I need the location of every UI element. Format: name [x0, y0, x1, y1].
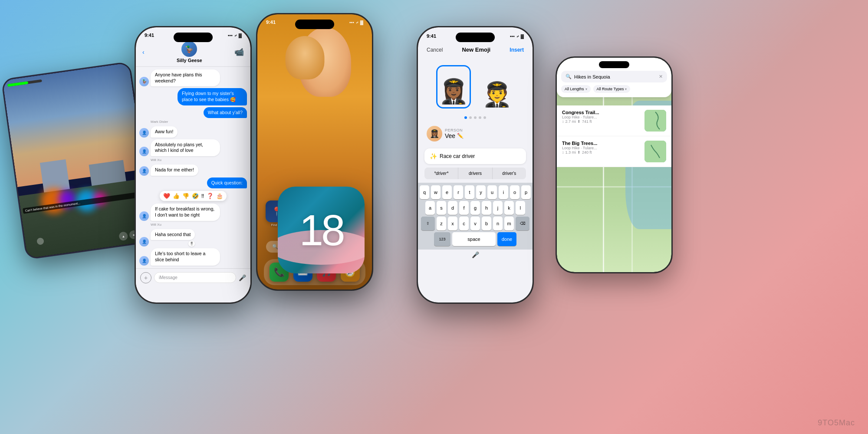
key-e[interactable]: e	[442, 185, 452, 199]
emoji-person-1-selected[interactable]: 👩🏾‍✈️	[436, 65, 471, 108]
key-done[interactable]: done	[497, 232, 516, 246]
keyboard-mic-icon[interactable]: 🎤	[472, 251, 479, 258]
key-k[interactable]: k	[504, 201, 514, 215]
filter-route-type[interactable]: All Route Types ▾	[593, 85, 631, 93]
key-shift[interactable]: ⇧	[421, 217, 435, 230]
key-t[interactable]: t	[465, 185, 474, 199]
message-1: 🦆 Anyone have plans this weekend?	[139, 69, 247, 86]
action-btn-1[interactable]: ▲	[118, 231, 128, 241]
trail-2-name: The Big Trees...	[562, 141, 641, 146]
sender-label-will2: Will Xu	[151, 223, 247, 227]
edit-name-icon[interactable]: ✏️	[457, 133, 464, 139]
tapback-row[interactable]: ❤️ 👍 👎 🤣 ‼️ ❓ 🎂	[160, 191, 227, 201]
messages-scroll-area[interactable]: 🦆 Anyone have plans this weekend? Flying…	[136, 67, 250, 268]
emoji-insert-button[interactable]: Insert	[510, 47, 524, 53]
keyboard: q w e r t y u i o p a s d f g h	[418, 183, 533, 250]
key-x[interactable]: x	[448, 217, 457, 230]
suggestion-2[interactable]: drivers	[458, 168, 492, 179]
key-z[interactable]: z	[437, 217, 446, 230]
home-status-time: 9:41	[266, 20, 276, 25]
sparkle-icon: ✨	[430, 153, 437, 160]
home-status-icons: ▪▪▪ ⌿ ▓	[349, 20, 363, 25]
maps-search-clear-button[interactable]: ✕	[659, 74, 663, 79]
key-o[interactable]: o	[510, 185, 519, 199]
key-q[interactable]: q	[420, 185, 429, 199]
tapback-question[interactable]: ❓	[207, 193, 214, 199]
key-123[interactable]: 123	[434, 232, 450, 246]
bubble-10: Life's too short to leave a slice behind	[151, 248, 220, 265]
sender-avatar-8: 👤	[139, 211, 149, 221]
key-delete[interactable]: ⌫	[516, 217, 529, 230]
maps-search-bar[interactable]: 🔍 Hikes in Sequoia ✕	[561, 71, 667, 82]
sender-label-will: Will Xu	[151, 158, 247, 162]
filter-length[interactable]: All Lengths ▾	[561, 85, 591, 93]
key-r[interactable]: r	[454, 185, 463, 199]
signal-icon: ▪▪▪	[228, 33, 233, 38]
trail-2-info: The Big Trees... Loop Hike · Tulare... ↕…	[562, 141, 641, 162]
sender-avatar-6: 👤	[139, 166, 149, 176]
dot-3	[474, 116, 477, 119]
suggestion-1[interactable]: *driver*	[424, 168, 458, 179]
trail-2-distance: 1.3 mi	[566, 150, 576, 155]
key-d[interactable]: d	[448, 201, 457, 215]
trail-1-info: Congress Trail... Loop Hike · Tulare... …	[562, 110, 641, 132]
tapback-exclaim[interactable]: ‼️	[201, 193, 204, 199]
key-l[interactable]: l	[516, 201, 525, 215]
tapback-thumbsdown[interactable]: 👎	[182, 193, 189, 199]
key-a[interactable]: a	[425, 201, 435, 215]
message-input[interactable]: iMessage	[154, 272, 236, 283]
contact-name: Silly Geese	[177, 58, 202, 63]
mic-button[interactable]: 🎤	[239, 274, 246, 281]
tapback-thumbsup[interactable]: 👍	[173, 193, 180, 199]
emoji-cancel-button[interactable]: Cancel	[427, 47, 443, 53]
trail-2-elevation-icon: ⬆	[577, 150, 581, 155]
video-call-button[interactable]: 📹	[234, 47, 244, 57]
trail-item-1[interactable]: Congress Trail... Loop Hike · Tulare... …	[557, 105, 671, 136]
bubble-8: If cake for breakfast is wrong, I don't …	[151, 204, 220, 220]
key-n[interactable]: n	[493, 217, 503, 230]
emoji-header: Cancel New Emoji Insert	[418, 40, 533, 56]
key-g[interactable]: g	[470, 201, 480, 215]
trail-item-2[interactable]: The Big Trees... Loop Hike · Tulare... ↕…	[557, 136, 671, 167]
bubble-9: Haha second that	[151, 229, 195, 240]
maps-phone-notch	[599, 61, 629, 68]
key-w[interactable]: w	[431, 185, 441, 199]
tapback-laugh[interactable]: 🤣	[192, 193, 199, 199]
dpad[interactable]	[28, 229, 53, 253]
trail-1-type: Loop Hike · Tulare...	[562, 115, 641, 119]
sender-avatar-1: 🦆	[139, 77, 149, 86]
key-m[interactable]: m	[504, 217, 514, 230]
back-button[interactable]: ‹	[142, 49, 145, 56]
key-u[interactable]: u	[487, 185, 497, 199]
key-b[interactable]: b	[482, 217, 491, 230]
key-s[interactable]: s	[437, 201, 446, 215]
key-j[interactable]: j	[493, 201, 503, 215]
tapback-heart[interactable]: ❤️	[163, 193, 170, 199]
key-c[interactable]: c	[459, 217, 469, 230]
key-v[interactable]: v	[470, 217, 480, 230]
key-i[interactable]: i	[499, 185, 508, 199]
key-h[interactable]: h	[482, 201, 491, 215]
tapback-cake[interactable]: 🎂	[216, 193, 223, 199]
key-p[interactable]: p	[521, 185, 531, 199]
trail-1-stats: ↕ 2.7 mi ⬆ 741 ft	[562, 119, 641, 124]
key-y[interactable]: y	[476, 185, 486, 199]
sender-label-mark: Mark Disler	[151, 120, 247, 124]
trail-2-distance-icon: ↕	[562, 150, 564, 155]
emoji-text-input-box[interactable]: ✨ Race car driver	[424, 148, 526, 164]
emoji-status-time: 9:41	[427, 33, 436, 39]
maps-phone: 🔍 Hikes in Sequoia ✕ All Lengths ▾ All R…	[556, 56, 673, 273]
status-time: 9:41	[145, 33, 154, 38]
maps-results-list: Congress Trail... Loop Hike · Tulare... …	[557, 105, 671, 167]
filter-length-chevron: ▾	[585, 87, 587, 91]
key-space[interactable]: space	[452, 232, 496, 246]
emoji-person-2[interactable]: 🧑‍✈️	[480, 65, 514, 108]
phone-notch-messages	[174, 33, 213, 42]
emoji-wifi-icon: ⌿	[516, 34, 519, 39]
dot-2	[469, 116, 472, 119]
add-attachment-button[interactable]: +	[140, 272, 151, 283]
reaction-exclaim: ‼️	[188, 241, 195, 247]
suggestion-3[interactable]: driver's	[493, 168, 526, 179]
trail-2-stats: ↕ 1.3 mi ⬆ 240 ft	[562, 150, 641, 155]
key-f[interactable]: f	[459, 201, 469, 215]
